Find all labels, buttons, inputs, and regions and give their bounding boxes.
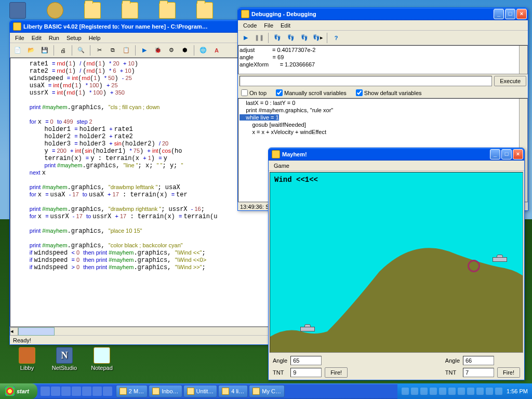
- menu-code[interactable]: Code: [240, 21, 260, 30]
- taskbar-item[interactable]: 2 M…: [116, 385, 148, 397]
- world-icon[interactable]: 🌐: [197, 45, 209, 56]
- pause-icon[interactable]: ❚❚: [254, 32, 265, 44]
- cut-icon[interactable]: ✂: [94, 45, 105, 56]
- debug-command-input[interactable]: [240, 76, 492, 86]
- ql-icon[interactable]: [103, 387, 112, 396]
- left-angle-input[interactable]: [290, 356, 322, 365]
- step-out-icon[interactable]: 👣: [299, 32, 310, 44]
- desktop-icon[interactable]: [189, 2, 220, 20]
- menu-edit[interactable]: Edit: [29, 34, 45, 42]
- app-icon: [13, 22, 21, 31]
- minimize-button[interactable]: _: [494, 9, 504, 19]
- tool2-icon[interactable]: ⬢: [179, 45, 191, 56]
- clock[interactable]: 1:56 PM: [507, 388, 528, 394]
- desktop-icon[interactable]: [77, 2, 108, 20]
- close-button[interactable]: ×: [516, 9, 527, 19]
- help-icon[interactable]: ?: [330, 32, 342, 44]
- debug-titlebar[interactable]: Debugging - Debugging _ □ ×: [238, 8, 528, 20]
- vscroll[interactable]: [519, 46, 527, 74]
- hscroll-thumb[interactable]: [18, 327, 55, 336]
- minimize-button[interactable]: _: [490, 149, 500, 159]
- print-icon[interactable]: 🖨: [57, 45, 69, 56]
- tray-icon[interactable]: [448, 388, 456, 395]
- save-icon[interactable]: 💾: [39, 45, 50, 56]
- maximize-button[interactable]: □: [505, 9, 515, 19]
- tray-icon[interactable]: [420, 388, 428, 395]
- step-ani-icon[interactable]: 👣▸: [312, 32, 324, 44]
- tray-icon[interactable]: [430, 388, 437, 395]
- tnt-label: TNT: [273, 369, 287, 376]
- maximize-button[interactable]: □: [501, 149, 512, 159]
- ql-icon[interactable]: [82, 387, 91, 396]
- ontop-checkbox[interactable]: On top: [241, 89, 267, 96]
- step-icon[interactable]: 👣: [272, 32, 283, 44]
- tnt-label: TNT: [445, 369, 460, 376]
- ql-icon[interactable]: [51, 387, 60, 396]
- new-icon[interactable]: 📄: [12, 45, 23, 56]
- right-tnt-input[interactable]: [463, 368, 494, 377]
- taskbar-item[interactable]: My C…: [249, 385, 285, 397]
- menu-setup[interactable]: Setup: [63, 34, 85, 42]
- game-titlebar[interactable]: Mayhem! _ □ ×: [269, 148, 524, 161]
- execute-button[interactable]: Execute: [494, 76, 526, 86]
- tray-icon[interactable]: [458, 388, 465, 395]
- tray-icon[interactable]: [495, 388, 502, 395]
- start-button[interactable]: start: [0, 383, 37, 399]
- menu-game[interactable]: Game: [271, 162, 292, 170]
- menu-edit[interactable]: Edit: [277, 21, 294, 30]
- debug-variables[interactable]: adjust = 0.40177307e-2 angle = 69 angleX…: [238, 45, 528, 74]
- game-canvas[interactable]: Wind <<1<<: [270, 172, 523, 353]
- doc-icon: [187, 388, 194, 395]
- taskbar-item[interactable]: Inbo…: [149, 385, 182, 397]
- tray-icon[interactable]: [402, 388, 409, 395]
- folder-icon: [119, 388, 127, 395]
- editor-title: Liberty BASIC v4.02 [Registered to: Your…: [23, 23, 255, 30]
- target-ring: [468, 260, 480, 272]
- menu-file[interactable]: File: [261, 21, 276, 30]
- right-angle-input[interactable]: [463, 356, 494, 365]
- taskbar-item[interactable]: 4 li…: [218, 385, 248, 397]
- windows-logo-icon: [5, 387, 15, 396]
- menu-run[interactable]: Run: [46, 34, 62, 42]
- taskbar-item[interactable]: Untit…: [183, 385, 218, 397]
- paste-icon[interactable]: 📋: [121, 45, 132, 56]
- resume-icon[interactable]: ▶: [240, 32, 251, 44]
- desktop-icon[interactable]: [152, 2, 183, 20]
- ql-icon[interactable]: [72, 387, 81, 396]
- app-icon: [272, 150, 280, 158]
- right-fire-button[interactable]: Fire!: [497, 367, 520, 378]
- menu-help[interactable]: Help: [86, 34, 104, 42]
- debug-icon[interactable]: 🐞: [152, 45, 164, 56]
- ql-icon[interactable]: [61, 387, 71, 396]
- app-icon: [222, 388, 229, 395]
- close-button[interactable]: ×: [513, 149, 523, 159]
- tray-icon[interactable]: [411, 388, 418, 395]
- desktop-icon-notepad[interactable]: Notepad: [86, 347, 117, 371]
- find-icon[interactable]: 🔍: [75, 45, 87, 56]
- desktop-icon[interactable]: [39, 2, 71, 20]
- angle-label: Angle: [445, 357, 460, 364]
- open-icon[interactable]: 📂: [25, 45, 37, 56]
- tool-icon[interactable]: ⚙: [166, 45, 177, 56]
- copy-icon[interactable]: ⧉: [107, 45, 118, 56]
- debug-menubar: Code File Edit: [238, 20, 528, 31]
- tray-icon[interactable]: [476, 388, 484, 395]
- left-fire-button[interactable]: Fire!: [325, 367, 348, 378]
- tray-icon[interactable]: [467, 388, 474, 395]
- manual-scroll-checkbox[interactable]: Manually scroll variables: [276, 89, 347, 96]
- menu-file[interactable]: File: [12, 34, 28, 42]
- desktop-icon[interactable]: [114, 2, 145, 20]
- scroll-left-button[interactable]: ◂: [10, 327, 18, 336]
- tray-icon[interactable]: [439, 388, 446, 395]
- show-default-checkbox[interactable]: Show default variables: [356, 89, 422, 96]
- app-icon: [241, 10, 249, 18]
- left-tnt-input[interactable]: [290, 368, 322, 377]
- step-over-icon[interactable]: 👣: [285, 32, 297, 44]
- ql-icon[interactable]: [41, 387, 50, 396]
- desktop-icon-netstudio[interactable]: NNetStudio: [49, 347, 80, 371]
- tray-icon[interactable]: [486, 388, 493, 395]
- desktop-icon-libby[interactable]: Libby: [11, 347, 43, 371]
- text-tool-icon[interactable]: A: [211, 45, 222, 56]
- run-icon[interactable]: ▶: [139, 45, 150, 56]
- ql-icon[interactable]: [92, 387, 102, 396]
